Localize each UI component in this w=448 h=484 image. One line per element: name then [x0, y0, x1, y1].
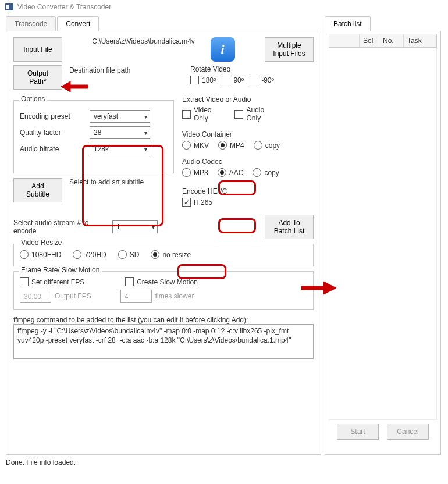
batch-col-task[interactable]: Task — [404, 34, 436, 47]
ffmpeg-command-textarea[interactable] — [13, 324, 314, 359]
svg-rect-1 — [6, 5, 8, 6]
set-fps-checkbox[interactable]: Set different FPS — [20, 277, 84, 286]
batch-tab-strip: Batch list — [325, 16, 441, 31]
input-file-button[interactable]: Input File — [13, 37, 62, 62]
batch-table-header: Sel No. Task — [329, 34, 437, 48]
destination-path-label: Destination file path — [69, 65, 130, 74]
info-icon[interactable]: i — [211, 37, 235, 62]
rotate-180-checkbox[interactable]: 180º — [190, 76, 216, 84]
output-fps-input[interactable]: 30,00 — [20, 290, 51, 302]
output-fps-placeholder: Output FPS — [55, 292, 91, 300]
batch-table-body — [329, 48, 437, 420]
status-bar: Done. File info loaded. — [0, 455, 448, 470]
chevron-down-icon: ▾ — [144, 146, 147, 152]
svg-rect-6 — [8, 8, 9, 9]
tab-transcode[interactable]: Transcode — [6, 16, 56, 31]
add-subtitle-button[interactable]: Add Subtitle — [13, 178, 62, 202]
audio-bitrate-combo[interactable]: 128k▾ — [90, 143, 150, 155]
svg-rect-4 — [8, 6, 9, 8]
chevron-down-icon: ▾ — [152, 224, 155, 230]
video-resize-group: Video Resize 1080FHD 720HD SD no resize — [13, 244, 314, 266]
encoding-preset-combo[interactable]: veryfast▾ — [90, 110, 150, 123]
tab-convert[interactable]: Convert — [57, 16, 99, 31]
rotate-90-checkbox[interactable]: 90º — [222, 76, 244, 84]
hevc-title: Encode HEVC — [182, 187, 314, 195]
window-title: Video Converter & Transcoder — [17, 3, 111, 11]
svg-rect-3 — [6, 6, 8, 8]
cancel-button[interactable]: Cancel — [387, 424, 429, 440]
resize-none-radio[interactable]: no resize — [151, 250, 191, 259]
ffmpeg-label: ffmpeg command to be added to the list (… — [13, 316, 314, 324]
rotate-neg90-checkbox[interactable]: -90º — [250, 76, 274, 84]
options-group: Options Encoding preset veryfast▾ Qualit… — [13, 100, 174, 173]
video-resize-title: Video Resize — [19, 239, 65, 247]
svg-rect-2 — [8, 5, 9, 6]
audio-only-checkbox[interactable]: Audio Only — [234, 106, 264, 122]
encoding-preset-label: Encoding preset — [20, 112, 84, 120]
resize-720-radio[interactable]: 720HD — [73, 250, 106, 259]
resize-1080-radio[interactable]: 1080FHD — [20, 250, 61, 259]
svg-rect-5 — [6, 8, 8, 9]
output-path-button[interactable]: Output Path* — [13, 65, 62, 90]
batch-col-no[interactable]: No. — [379, 34, 404, 47]
chevron-down-icon: ▾ — [144, 130, 147, 136]
container-copy-radio[interactable]: copy — [254, 141, 280, 150]
extract-title: Extract Video or Audio — [182, 95, 314, 104]
title-bar: Video Converter & Transcoder — [0, 0, 448, 14]
acodec-title: Audio Codec — [182, 158, 314, 166]
hevc-h265-checkbox[interactable]: ✓H.265 — [182, 198, 212, 207]
quality-factor-label: Quality factor — [20, 129, 84, 137]
batch-col-empty[interactable] — [329, 34, 360, 47]
acodec-mp3-radio[interactable]: MP3 — [182, 168, 208, 177]
acodec-copy-radio[interactable]: copy — [253, 168, 279, 177]
tab-batch-list[interactable]: Batch list — [325, 16, 371, 31]
resize-sd-radio[interactable]: SD — [118, 250, 140, 259]
container-mp4-radio[interactable]: MP4 — [218, 141, 244, 150]
main-tab-strip: Transcode Convert — [6, 16, 321, 31]
audio-bitrate-label: Audio bitrate — [20, 145, 84, 153]
acodec-aac-radio[interactable]: AAC — [218, 168, 244, 177]
container-mkv-radio[interactable]: MKV — [182, 141, 209, 150]
chevron-down-icon: ▾ — [144, 113, 147, 120]
quality-factor-combo[interactable]: 28▾ — [90, 126, 150, 139]
fps-group: Frame Rate/ Slow Motion Set different FP… — [13, 271, 314, 310]
input-path-text: C:\Users\z\Videos\bundalica.m4v — [92, 37, 180, 47]
batch-col-sel[interactable]: Sel — [360, 34, 379, 47]
audio-stream-label: Select audio stream # to encode — [13, 219, 106, 235]
options-group-title: Options — [19, 95, 47, 103]
video-only-checkbox[interactable]: Video Only — [182, 106, 211, 122]
multiple-input-files-button[interactable]: Multiple Input Files — [265, 37, 314, 62]
start-button[interactable]: Start — [337, 424, 379, 440]
app-icon — [5, 2, 14, 12]
slomo-placeholder: times slower — [155, 292, 194, 300]
slomo-factor-input[interactable]: 4 — [120, 290, 152, 302]
fps-group-title: Frame Rate/ Slow Motion — [19, 266, 102, 274]
subtitle-hint: Select to add srt subtitle — [69, 178, 151, 186]
create-slomo-checkbox[interactable]: Create Slow Motion — [125, 277, 198, 286]
rotate-title: Rotate Video — [190, 65, 274, 73]
container-title: Video Container — [182, 130, 314, 138]
add-to-batch-list-button[interactable]: Add To Batch List — [265, 215, 314, 239]
audio-stream-combo[interactable]: 1▾ — [112, 220, 158, 233]
